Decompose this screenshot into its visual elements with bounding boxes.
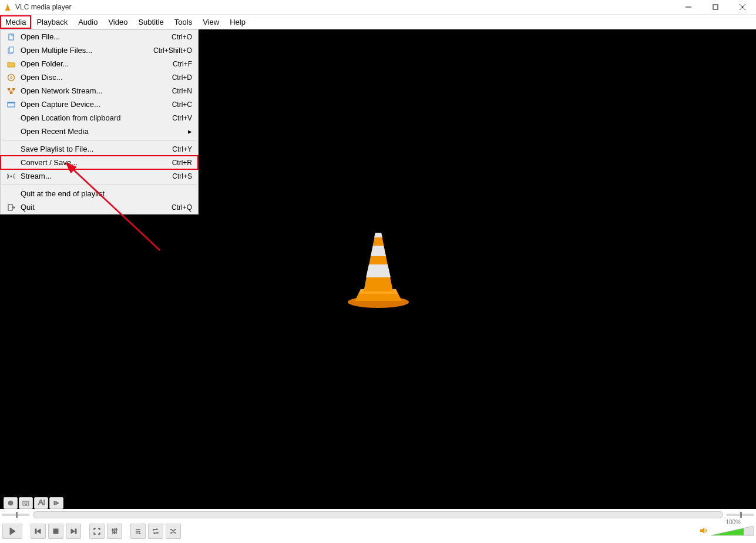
menuitem-shortcut: Ctrl+Q [172, 203, 192, 212]
svg-marker-34 [37, 529, 41, 534]
stream-icon [5, 172, 17, 180]
menuitem-label: Open File... [17, 32, 172, 41]
maximize-button[interactable] [702, 0, 729, 14]
menuitem-save-playlist-to-file[interactable]: Save Playlist to File...Ctrl+Y [1, 142, 198, 156]
menuitem-shortcut: Ctrl+F [173, 60, 192, 68]
menuitem-label: Open Folder... [17, 59, 173, 68]
menu-view[interactable]: View [197, 15, 224, 29]
menuitem-label: Quit at the end of playlist [17, 189, 192, 198]
folder-icon [5, 60, 17, 68]
atob-loop-button[interactable]: AB [34, 497, 48, 509]
menuitem-label: Open Recent Media [17, 127, 183, 136]
svg-point-28 [25, 502, 27, 505]
seek-row [2, 510, 754, 519]
svg-rect-30 [54, 501, 55, 505]
right-slider[interactable] [727, 514, 754, 516]
svg-rect-1 [5, 9, 10, 11]
svg-text:AB: AB [38, 500, 45, 507]
svg-point-43 [116, 529, 117, 530]
svg-marker-10 [371, 246, 386, 256]
menuitem-label: Save Playlist to File... [17, 145, 172, 153]
menuitem-shortcut: Ctrl+O [172, 33, 192, 41]
svg-marker-12 [374, 233, 382, 237]
svg-rect-37 [75, 529, 76, 534]
menu-audio[interactable]: Audio [73, 15, 103, 29]
extra-controls: AB [4, 497, 63, 509]
seek-bar[interactable] [33, 511, 723, 518]
app-icon [4, 3, 12, 11]
submenu-arrow-icon: ▸ [188, 127, 192, 136]
menu-tools[interactable]: Tools [169, 15, 197, 29]
menu-video[interactable]: Video [103, 15, 133, 29]
menu-media[interactable]: Media [0, 15, 31, 29]
menuitem-open-location-from-clipboard[interactable]: Open Location from clipboardCtrl+V [1, 111, 198, 125]
svg-marker-31 [56, 501, 59, 505]
capture-icon [5, 100, 17, 109]
frame-step-button[interactable] [49, 497, 63, 509]
svg-point-17 [11, 76, 12, 78]
speaker-icon[interactable] [700, 527, 709, 537]
next-button[interactable] [66, 524, 81, 539]
svg-rect-15 [9, 47, 14, 52]
close-button[interactable] [729, 0, 756, 14]
menuitem-shortcut: Ctrl+R [172, 159, 192, 167]
menu-subtitle[interactable]: Subtitle [133, 15, 169, 29]
speed-slider[interactable] [2, 514, 29, 516]
shuffle-button[interactable] [166, 524, 181, 539]
svg-point-23 [11, 175, 12, 177]
menuitem-convert-save[interactable]: Convert / Save...Ctrl+R [1, 156, 198, 169]
svg-point-16 [8, 74, 15, 81]
svg-marker-36 [71, 529, 75, 534]
menuitem-shortcut: Ctrl+N [172, 87, 192, 95]
menuitem-label: Open Disc... [17, 73, 172, 82]
svg-rect-13 [9, 34, 14, 40]
menuitem-stream[interactable]: Stream...Ctrl+S [1, 169, 198, 183]
fullscreen-button[interactable] [89, 524, 105, 539]
menuitem-quit[interactable]: QuitCtrl+Q [1, 200, 198, 214]
stop-button[interactable] [48, 524, 63, 539]
svg-rect-3 [713, 5, 718, 9]
svg-rect-20 [10, 92, 12, 94]
file-icon [5, 33, 17, 41]
menuitem-open-file[interactable]: Open File...Ctrl+O [1, 30, 198, 43]
prev-button[interactable] [31, 524, 46, 539]
menuitem-open-network-stream[interactable]: Open Network Stream...Ctrl+N [1, 84, 198, 98]
menuitem-label: Stream... [17, 172, 172, 180]
svg-rect-18 [8, 88, 10, 90]
svg-marker-7 [355, 294, 402, 301]
svg-rect-19 [12, 88, 15, 90]
svg-marker-11 [366, 264, 391, 277]
menuitem-shortcut: Ctrl+Y [172, 145, 192, 153]
menuitem-label: Quit [17, 203, 172, 212]
menuitem-open-recent-media[interactable]: Open Recent Media▸ [1, 125, 198, 138]
svg-point-42 [114, 532, 115, 533]
window-buttons [675, 0, 756, 14]
menuitem-quit-at-the-end-of-playlist[interactable]: Quit at the end of playlist [1, 187, 198, 200]
menuitem-open-folder[interactable]: Open Folder...Ctrl+F [1, 57, 198, 71]
playlist-button[interactable] [130, 524, 146, 539]
svg-marker-9 [364, 233, 393, 291]
svg-marker-48 [700, 528, 704, 534]
loop-button[interactable] [148, 524, 163, 539]
volume-slider[interactable] [711, 526, 754, 537]
record-button[interactable] [4, 497, 18, 509]
volume-control: 100% [700, 526, 754, 537]
disc-icon [5, 73, 17, 82]
menuitem-open-multiple-files[interactable]: Open Multiple Files...Ctrl+Shift+O [1, 43, 198, 57]
svg-marker-47 [139, 532, 141, 534]
menuitem-open-capture-device[interactable]: Open Capture Device...Ctrl+C [1, 98, 198, 111]
menuitem-open-disc[interactable]: Open Disc...Ctrl+D [1, 71, 198, 84]
minimize-button[interactable] [675, 0, 702, 14]
titlebar: VLC media player [0, 0, 756, 14]
snapshot-button[interactable] [19, 497, 33, 509]
menu-playback[interactable]: Playback [31, 15, 73, 29]
play-button[interactable] [2, 524, 22, 539]
window-title: VLC media player [15, 3, 675, 11]
svg-marker-0 [6, 4, 9, 9]
menuitem-shortcut: Ctrl+V [172, 114, 192, 122]
menuitem-label: Open Capture Device... [17, 100, 172, 109]
menuitem-label: Open Multiple Files... [17, 46, 153, 55]
volume-percent: 100% [725, 519, 741, 525]
ext-settings-button[interactable] [107, 524, 122, 539]
menu-help[interactable]: Help [224, 15, 251, 29]
